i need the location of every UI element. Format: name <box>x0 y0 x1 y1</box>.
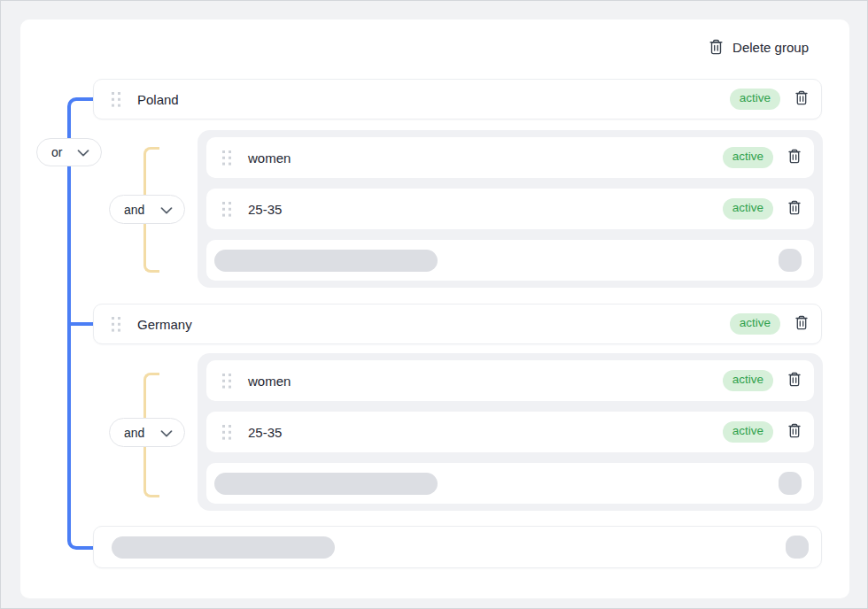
group-row-poland: Poland active <box>93 79 822 119</box>
delete-row-button[interactable] <box>787 149 802 166</box>
skeleton-bar <box>214 473 438 495</box>
condition-row: women active <box>206 137 814 178</box>
drag-handle-icon[interactable] <box>222 150 232 166</box>
drag-handle-icon[interactable] <box>222 202 232 217</box>
delete-row-button[interactable] <box>794 315 809 333</box>
trash-icon <box>709 39 724 55</box>
status-badge[interactable]: active <box>723 147 773 167</box>
delete-row-button[interactable] <box>794 90 809 108</box>
placeholder-group-row <box>93 526 822 568</box>
delete-row-button[interactable] <box>787 200 802 218</box>
delete-row-button[interactable] <box>787 423 802 441</box>
condition-row: 25-35 active <box>206 412 814 452</box>
root-operator-value: or <box>51 145 62 159</box>
condition-group-poland: women active 25-35 active <box>198 130 823 288</box>
skeleton-bar <box>214 250 438 272</box>
status-badge[interactable]: active <box>730 89 780 109</box>
skeleton-circle <box>786 536 809 559</box>
condition-label: 25-35 <box>248 202 282 217</box>
trash-icon <box>787 200 802 218</box>
group1-operator-dropdown[interactable]: and <box>109 195 185 224</box>
trash-icon <box>787 149 802 166</box>
skeleton-circle <box>779 249 802 272</box>
drag-handle-icon[interactable] <box>222 425 232 440</box>
condition-label: women <box>248 374 291 389</box>
condition-row: 25-35 active <box>206 189 814 229</box>
status-badge[interactable]: active <box>730 313 780 334</box>
group1-operator-value: and <box>124 203 144 217</box>
drag-handle-icon[interactable] <box>112 92 121 107</box>
status-badge[interactable]: active <box>723 198 773 219</box>
status-badge[interactable]: active <box>723 370 773 390</box>
group-label: Germany <box>137 317 192 332</box>
condition-row: women active <box>206 360 814 401</box>
delete-group-label: Delete group <box>732 40 809 55</box>
trash-icon <box>787 372 802 389</box>
page-background: Delete group or Poland active <box>0 0 868 609</box>
chevron-down-icon <box>77 145 89 159</box>
condition-label: 25-35 <box>248 425 282 440</box>
or-connector-branch <box>67 322 93 326</box>
condition-label: women <box>248 150 291 166</box>
root-operator-dropdown[interactable]: or <box>36 138 102 166</box>
delete-group-button[interactable]: Delete group <box>709 39 809 55</box>
drag-handle-icon[interactable] <box>222 374 232 389</box>
placeholder-condition-row <box>206 463 814 504</box>
status-badge[interactable]: active <box>723 421 773 442</box>
delete-row-button[interactable] <box>787 372 802 389</box>
chevron-down-icon <box>160 426 173 440</box>
placeholder-condition-row <box>206 240 814 281</box>
trash-icon <box>794 90 809 108</box>
filter-builder-card: Delete group or Poland active <box>20 19 849 598</box>
chevron-down-icon <box>160 203 173 217</box>
skeleton-circle <box>779 472 802 495</box>
group2-operator-value: and <box>124 426 144 440</box>
group2-operator-dropdown[interactable]: and <box>109 418 185 447</box>
drag-handle-icon[interactable] <box>112 317 121 332</box>
trash-icon <box>794 315 809 333</box>
group-row-germany: Germany active <box>93 304 822 344</box>
group-label: Poland <box>137 92 179 107</box>
condition-group-germany: women active 25-35 active <box>198 353 823 511</box>
trash-icon <box>787 423 802 441</box>
skeleton-bar <box>112 536 335 559</box>
